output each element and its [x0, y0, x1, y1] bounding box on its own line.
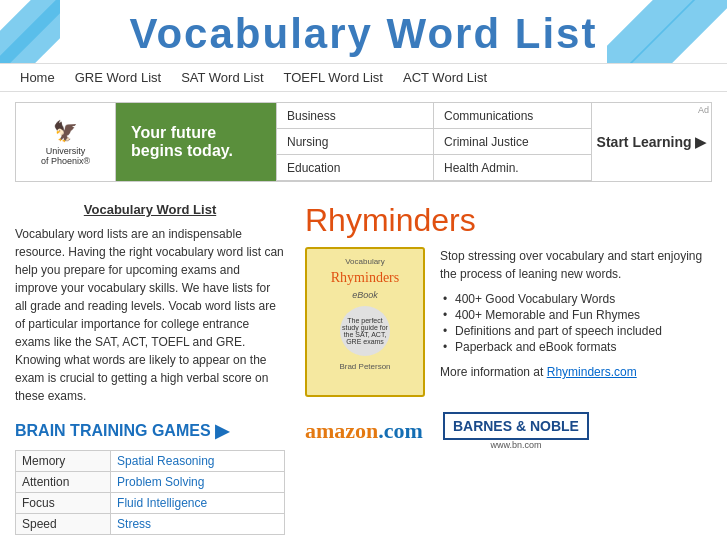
table-row: Focus Fluid Intelligence — [16, 493, 285, 514]
rhyminders-title: Rhyminders — [305, 202, 712, 239]
bn-website: www.bn.com — [443, 440, 589, 450]
ad-grid-education[interactable]: Education — [277, 155, 434, 181]
book-author: Brad Peterson — [315, 362, 415, 371]
right-column: Rhyminders Vocabulary Rhyminders eBook T… — [305, 202, 712, 535]
nav-gre[interactable]: GRE Word List — [75, 70, 161, 85]
phoenix-icon: 🦅 — [53, 119, 78, 143]
article-title: Vocabulary Word List — [15, 202, 285, 217]
bullet-formats: Paperback and eBook formats — [440, 339, 712, 355]
site-title: Vocabulary Word List — [20, 10, 707, 58]
nav-sat[interactable]: SAT Word List — [181, 70, 263, 85]
nav-toefl[interactable]: TOEFL Word List — [284, 70, 383, 85]
bullet-words: 400+ Good Vocabulary Words — [440, 291, 712, 307]
site-header: Vocabulary Word List — [0, 0, 727, 64]
table-row: Speed Stress — [16, 514, 285, 535]
bullet-rhymes: 400+ Memorable and Fun Rhymes — [440, 307, 712, 323]
table-row: Memory Spatial Reasoning — [16, 451, 285, 472]
brain-training-label: BRAIN TRAINING GAMES — [15, 422, 211, 440]
nav-home[interactable]: Home — [20, 70, 55, 85]
brain-training-section: BRAIN TRAINING GAMES ▶ Memory Spatial Re… — [15, 420, 285, 535]
brain-cell-fluid[interactable]: Fluid Intelligence — [111, 493, 285, 514]
start-learning-button[interactable]: Start Learning ▶ — [591, 103, 711, 181]
ad-grid: Business Communications Nursing Criminal… — [276, 103, 591, 181]
ad-tagline: Your future begins today. — [116, 103, 276, 181]
store-logos: amazon.com BARNES & NOBLE www.bn.com — [305, 412, 712, 450]
amazon-logo-wrapper: amazon.com — [305, 418, 423, 444]
brain-cell-memory[interactable]: Memory — [16, 451, 111, 472]
rhyminders-section: Vocabulary Rhyminders eBook The perfect … — [305, 247, 712, 397]
ad-grid-communications[interactable]: Communications — [434, 103, 591, 129]
ad-label: Ad — [698, 105, 709, 115]
amazon-logo[interactable]: amazon.com — [305, 418, 423, 444]
ad-banner: Ad 🦅 Universityof Phoenix® Your future b… — [15, 102, 712, 182]
ad-logo-text: Universityof Phoenix® — [41, 146, 90, 166]
bn-logo[interactable]: BARNES & NOBLE — [443, 412, 589, 440]
brain-cell-attention[interactable]: Attention — [16, 472, 111, 493]
rhyminders-link[interactable]: Rhyminders.com — [547, 365, 637, 379]
brain-arrow-icon: ▶ — [215, 420, 229, 442]
rhyminders-bullets: 400+ Good Vocabulary Words 400+ Memorabl… — [440, 291, 712, 355]
article-text: Vocabulary word lists are an indispensab… — [15, 225, 285, 405]
main-content: Vocabulary Word List Vocabulary word lis… — [0, 192, 727, 545]
left-column: Vocabulary Word List Vocabulary word lis… — [15, 202, 285, 535]
brain-cell-problem[interactable]: Problem Solving — [111, 472, 285, 493]
ad-grid-nursing[interactable]: Nursing — [277, 129, 434, 155]
book-ebook-label: eBook — [315, 290, 415, 300]
rhyminders-book-cover: Vocabulary Rhyminders eBook The perfect … — [305, 247, 425, 397]
brain-training-title: BRAIN TRAINING GAMES ▶ — [15, 420, 285, 442]
ad-grid-criminal-justice[interactable]: Criminal Justice — [434, 129, 591, 155]
ad-grid-business[interactable]: Business — [277, 103, 434, 129]
brain-cell-focus[interactable]: Focus — [16, 493, 111, 514]
book-badge-text: The perfect study guide for the SAT, ACT… — [340, 317, 390, 345]
brain-cell-speed[interactable]: Speed — [16, 514, 111, 535]
bullet-definitions: Definitions and part of speech included — [440, 323, 712, 339]
book-main-title: Rhyminders — [315, 270, 415, 286]
link-prefix: More information at — [440, 365, 547, 379]
bn-logo-wrapper: BARNES & NOBLE www.bn.com — [443, 412, 589, 450]
ad-logo: 🦅 Universityof Phoenix® — [16, 103, 116, 181]
rhyminders-description: Stop stressing over vocabulary and start… — [440, 247, 712, 283]
table-row: Attention Problem Solving — [16, 472, 285, 493]
nav-act[interactable]: ACT Word List — [403, 70, 487, 85]
brain-cell-stress[interactable]: Stress — [111, 514, 285, 535]
rhyminders-link-text: More information at Rhyminders.com — [440, 365, 712, 379]
book-badge: The perfect study guide for the SAT, ACT… — [340, 306, 390, 356]
rhyminders-info: Stop stressing over vocabulary and start… — [440, 247, 712, 397]
main-nav: Home GRE Word List SAT Word List TOEFL W… — [0, 64, 727, 92]
brain-cell-spatial[interactable]: Spatial Reasoning — [111, 451, 285, 472]
brain-training-table: Memory Spatial Reasoning Attention Probl… — [15, 450, 285, 535]
book-header: Vocabulary — [315, 257, 415, 266]
ad-grid-health[interactable]: Health Admin. — [434, 155, 591, 181]
